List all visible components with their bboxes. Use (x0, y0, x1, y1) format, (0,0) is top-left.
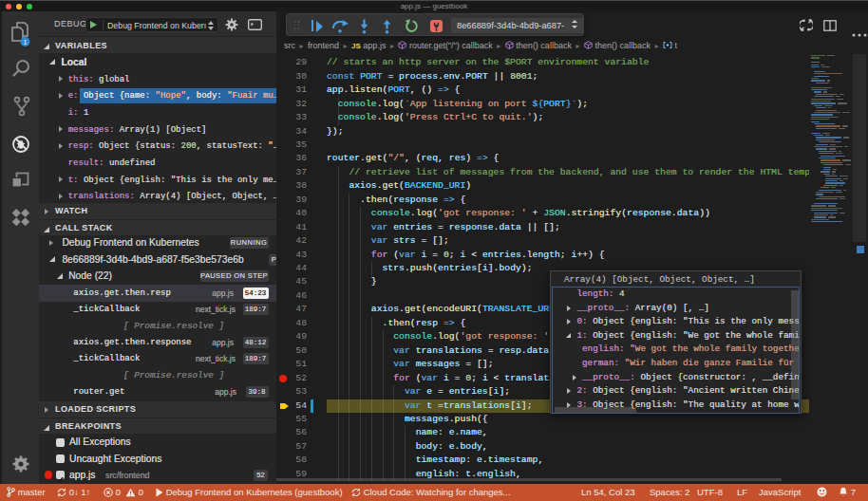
svg-text:1: 1 (24, 39, 28, 46)
